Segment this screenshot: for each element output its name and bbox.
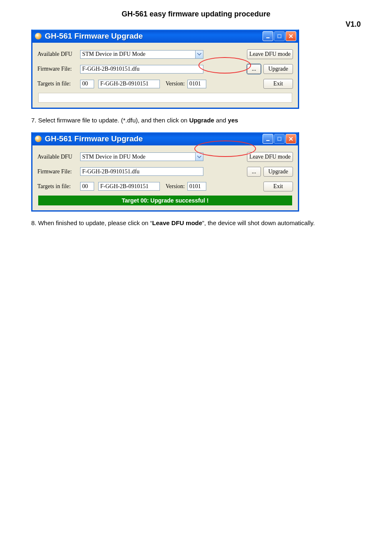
minimize-button[interactable] — [263, 31, 273, 41]
firmware-file-label: Firmware File: — [37, 168, 80, 175]
browse-button[interactable]: ... — [247, 167, 261, 177]
status-bar — [38, 93, 292, 103]
upgrade-button[interactable]: Upgrade — [263, 167, 293, 177]
firmware-upgrade-window-2: GH-561 Firmware Upgrade Available DFU ST… — [31, 132, 299, 212]
status-bar-success: Target 00: Upgrade successful ! — [38, 196, 292, 205]
available-dfu-value: STM Device in DFU Mode — [80, 50, 195, 59]
target-index: 00 — [80, 182, 94, 191]
window-title: GH-561 Firmware Upgrade — [45, 32, 263, 41]
targets-label: Targets in file: — [37, 81, 80, 87]
available-dfu-dropdown[interactable]: STM Device in DFU Mode — [80, 50, 203, 59]
svg-rect-3 — [278, 137, 281, 140]
step-7-text: 7. Select firmware file to update. (*.df… — [31, 115, 361, 127]
app-icon — [35, 33, 42, 39]
target-version: 0101 — [187, 182, 206, 191]
window-title: GH-561 Firmware Upgrade — [45, 134, 263, 143]
exit-button[interactable]: Exit — [263, 79, 293, 89]
firmware-upgrade-window-1: GH-561 Firmware Upgrade Available DFU ST… — [31, 30, 299, 109]
exit-button[interactable]: Exit — [263, 182, 293, 191]
page-title: GH-561 easy firmware updating procedure — [31, 10, 361, 18]
svg-rect-0 — [266, 37, 270, 38]
svg-rect-1 — [278, 35, 281, 38]
close-button[interactable] — [286, 134, 296, 144]
target-name: F-GGH-2B-0910151 — [98, 182, 160, 191]
maximize-button[interactable] — [274, 31, 285, 41]
available-dfu-dropdown[interactable]: STM Device in DFU Mode — [80, 152, 203, 161]
target-version: 0101 — [187, 80, 206, 88]
available-dfu-label: Available DFU — [37, 51, 80, 58]
version-tag: V1.0 — [31, 20, 361, 29]
maximize-button[interactable] — [274, 134, 285, 144]
close-button[interactable] — [286, 31, 296, 41]
version-label: Version: — [166, 81, 185, 87]
titlebar[interactable]: GH-561 Firmware Upgrade — [32, 132, 298, 145]
chevron-down-icon[interactable] — [195, 152, 203, 161]
target-name: F-GGH-2B-0910151 — [98, 80, 160, 88]
targets-label: Targets in file: — [37, 183, 80, 190]
firmware-file-value: F-GGH-2B-0910151.dfu — [80, 65, 203, 74]
firmware-file-value: F-GGH-2B-0910151.dfu — [80, 167, 203, 176]
available-dfu-label: Available DFU — [37, 154, 80, 160]
version-label: Version: — [166, 183, 185, 190]
app-icon — [35, 136, 42, 142]
available-dfu-value: STM Device in DFU Mode — [80, 152, 195, 161]
firmware-file-label: Firmware File: — [37, 66, 80, 72]
target-index: 00 — [80, 80, 94, 88]
chevron-down-icon[interactable] — [195, 50, 203, 59]
upgrade-button[interactable]: Upgrade — [263, 64, 293, 74]
leave-dfu-button[interactable]: Leave DFU mode — [247, 49, 293, 59]
browse-button[interactable]: ... — [247, 64, 261, 74]
svg-rect-2 — [266, 140, 270, 141]
step-8-text: 8. When finished to update, please click… — [31, 217, 361, 229]
leave-dfu-button[interactable]: Leave DFU mode — [247, 152, 293, 162]
titlebar[interactable]: GH-561 Firmware Upgrade — [32, 30, 298, 43]
minimize-button[interactable] — [263, 134, 273, 144]
